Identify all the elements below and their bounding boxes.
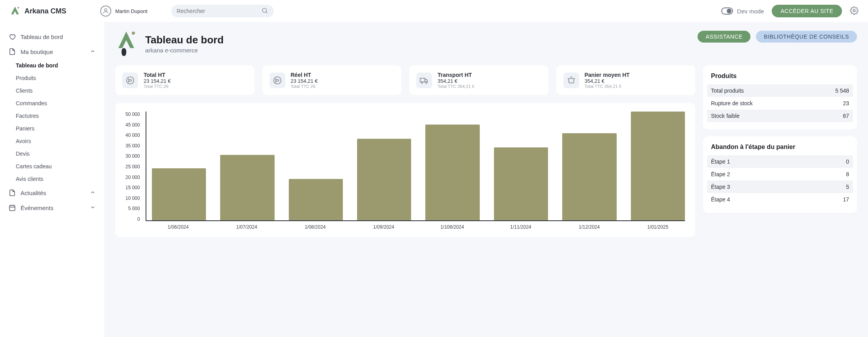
euro-icon: [122, 73, 138, 88]
table-row: Étape 417: [711, 193, 849, 206]
sidebar-item-dashboard[interactable]: Tableau de bord: [0, 29, 104, 44]
sidebar-item-events[interactable]: Événements: [0, 200, 104, 215]
svg-point-2: [262, 8, 267, 13]
x-tick: 1/06/2024: [151, 224, 206, 230]
svg-point-0: [17, 7, 19, 9]
gear-icon[interactable]: [850, 6, 859, 16]
x-tick: 1/01/2025: [630, 224, 685, 230]
heart-icon: [9, 33, 16, 40]
advice-library-button[interactable]: BIBLIOTHÈQUE DE CONSEILS: [756, 31, 857, 43]
chart-bar: [562, 133, 616, 220]
stat-title: Total HT: [144, 72, 171, 78]
sidebar-subitem[interactable]: Clients: [0, 84, 104, 97]
svg-point-3: [853, 9, 855, 12]
svg-point-5: [132, 32, 135, 35]
stat-card: Total HT 23 154,21 € Total TTC 26: [115, 65, 254, 95]
chart-bar: [289, 179, 343, 220]
row-label: Total produits: [711, 88, 744, 94]
x-tick: 1/07/2024: [219, 224, 274, 230]
panel-title: Abandon à l'étape du panier: [711, 143, 849, 151]
brand-logo-icon: [9, 6, 21, 17]
row-label: Étape 2: [711, 171, 730, 177]
sidebar-subitem[interactable]: Commandes: [0, 97, 104, 110]
row-value: 8: [846, 171, 849, 177]
sidebar-item-label: Ma boutique: [21, 48, 53, 55]
table-row: Étape 28: [711, 168, 849, 181]
sidebar-subitem[interactable]: Avis clients: [0, 173, 104, 185]
search-icon: [261, 7, 268, 15]
user-name: Martin Dupont: [115, 8, 148, 14]
stat-value: 354,21 €: [438, 78, 474, 84]
row-value: 5 548: [835, 88, 849, 94]
chevron-up-icon: [90, 190, 95, 196]
y-tick: 45 000: [125, 122, 140, 128]
svg-point-10: [426, 82, 427, 83]
chart-bar: [631, 112, 685, 220]
row-value: 67: [843, 113, 849, 119]
row-label: Étape 4: [711, 196, 730, 203]
sidebar-subitem[interactable]: Cartes cadeau: [0, 160, 104, 173]
stat-sub: Total TTC 26: [291, 84, 318, 89]
stat-title: Panier moyen HT: [585, 72, 630, 78]
sidebar-item-news[interactable]: Actualités: [0, 185, 104, 200]
row-value: 5: [846, 184, 849, 190]
row-value: 23: [843, 100, 849, 106]
truck-icon: [416, 73, 432, 88]
dev-mode-label: Dev mode: [737, 8, 764, 15]
table-row: Étape 10: [707, 155, 853, 168]
page-title: Tableau de bord: [145, 34, 224, 46]
svg-point-7: [273, 76, 281, 84]
search-input-wrap[interactable]: [171, 5, 274, 17]
stat-value: 354,21 €: [585, 78, 630, 84]
x-tick: 1/108/2024: [425, 224, 479, 230]
stat-title: Transport HT: [438, 72, 474, 78]
y-tick: 40 000: [125, 132, 140, 138]
x-tick: 1/12/2024: [562, 224, 617, 230]
products-panel: Produits Total produits5 548Rupture de s…: [703, 65, 857, 129]
y-tick: 30 000: [125, 153, 140, 159]
row-label: Stock faible: [711, 113, 739, 119]
stat-card: Réel HT 23 154,21 € Total TTC 26: [262, 65, 402, 95]
stat-sub: Total TTC 354,21 €: [438, 84, 474, 89]
table-row: Total produits5 548: [707, 84, 853, 97]
stat-sub: Total TTC 354,21 €: [585, 84, 630, 89]
sidebar-item-shop[interactable]: Ma boutique: [0, 44, 104, 59]
chart-bar: [357, 139, 411, 220]
sidebar-subitem[interactable]: Tableau de bord: [0, 59, 104, 72]
y-tick: 25 000: [125, 164, 140, 169]
y-tick: 50 000: [125, 112, 140, 117]
search-input[interactable]: [177, 8, 261, 14]
assistance-button[interactable]: ASSISTANCE: [698, 31, 750, 43]
y-tick: 0: [137, 216, 140, 222]
cart-abandon-panel: Abandon à l'étape du panier Étape 10Étap…: [703, 136, 857, 213]
calendar-icon: [9, 204, 16, 211]
avatar-icon: [100, 6, 111, 17]
stat-title: Réel HT: [291, 72, 318, 78]
euro-icon: [269, 73, 285, 88]
dev-mode-toggle[interactable]: Dev mode: [721, 7, 764, 15]
access-site-button[interactable]: ACCÉDER AU SITE: [772, 5, 842, 17]
chart-bar: [220, 155, 274, 220]
svg-point-1: [105, 9, 107, 11]
logo-block: Arkana CMS: [9, 6, 92, 17]
sidebar-subitem[interactable]: Factutres: [0, 110, 104, 122]
y-tick: 20 000: [125, 175, 140, 180]
sidebar-subitem[interactable]: Avoirs: [0, 135, 104, 147]
sidebar-subitem[interactable]: Paniers: [0, 122, 104, 135]
stat-card: Panier moyen HT 354,21 € Total TTC 354,2…: [556, 65, 696, 95]
page-subtitle: arkana e-commerce: [145, 47, 224, 54]
table-row: Rupture de stock23: [711, 97, 849, 110]
file-icon: [9, 189, 16, 196]
user-block[interactable]: Martin Dupont: [100, 6, 148, 17]
chevron-down-icon: [90, 205, 95, 211]
sidebar-item-label: Actualités: [21, 190, 46, 196]
x-tick: 1/08/2024: [288, 224, 342, 230]
chevron-up-icon: [90, 48, 95, 55]
x-tick: 1/09/2024: [357, 224, 411, 230]
sidebar-subitem[interactable]: Produits: [0, 72, 104, 84]
chart-bar: [494, 147, 548, 220]
stat-value: 23 154,21 €: [291, 78, 318, 84]
search-block: [171, 5, 274, 17]
svg-point-9: [421, 82, 423, 83]
sidebar-subitem[interactable]: Devis: [0, 147, 104, 160]
